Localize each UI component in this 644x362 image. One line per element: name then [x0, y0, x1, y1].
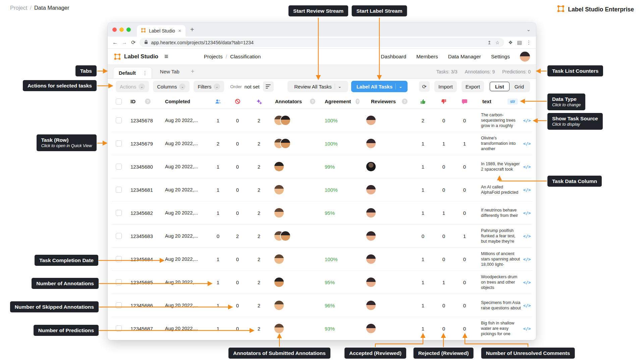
- table-row[interactable]: 12345683 Aug 20 2022,... 0 2 2 0 0 1 Pah…: [112, 225, 532, 248]
- help-icon[interactable]: ?: [310, 99, 315, 104]
- table-row[interactable]: 12345686 Aug 20 2022,... 1 0 2 96% 1 0 0…: [112, 294, 532, 317]
- table-row[interactable]: 12345679 Aug 20 2022,... 2 0 2 100% 1 1 …: [112, 132, 532, 155]
- actions-dropdown[interactable]: Actions ⌄: [116, 81, 149, 92]
- import-button[interactable]: Import: [434, 81, 457, 92]
- predictions-count: 2: [248, 210, 270, 216]
- add-view-tab-button[interactable]: +: [187, 68, 198, 75]
- hamburger-menu-icon[interactable]: ≡: [164, 53, 168, 60]
- tab-default[interactable]: Default ⋮: [113, 67, 152, 78]
- view-tabs-bar: Default ⋮ New Tab + Tasks: 3/3 Annotatio…: [108, 65, 536, 79]
- view-grid-button[interactable]: Grid: [509, 82, 529, 91]
- header-accepted-icon[interactable]: [413, 99, 433, 105]
- extensions-icon[interactable]: ❖: [508, 40, 513, 46]
- table-row[interactable]: 12345680 Aug 20 2022,... 1 0 2 99% 1 0 0…: [112, 155, 532, 178]
- table-row[interactable]: 12345681 Aug 20 2022,... 1 0 2 100% 1 0 …: [112, 178, 532, 201]
- task-source-icon[interactable]: </>: [523, 118, 531, 123]
- nav-item-settings[interactable]: Settings: [491, 54, 510, 60]
- row-checkbox[interactable]: [116, 210, 122, 216]
- annotators-cell: [270, 162, 315, 171]
- breadcrumb-root[interactable]: Project: [10, 5, 27, 11]
- task-text: Specimens from Asia raise questions abou…: [475, 300, 522, 311]
- comments-count: 0: [454, 187, 475, 193]
- close-tab-icon[interactable]: ✕: [178, 28, 181, 33]
- help-icon[interactable]: ?: [145, 99, 151, 104]
- help-icon[interactable]: ?: [356, 99, 360, 104]
- chevron-down-icon[interactable]: ⌄: [399, 84, 402, 89]
- view-list-button[interactable]: List: [490, 82, 509, 91]
- header-id[interactable]: ID: [130, 99, 136, 104]
- header-completed[interactable]: Completed: [163, 99, 209, 104]
- header-annotators[interactable]: Annotators: [275, 99, 302, 104]
- label-all-tasks-button[interactable]: Label All Tasks ⌄: [351, 81, 408, 92]
- header-reviewers[interactable]: Reviewers: [371, 99, 396, 104]
- row-checkbox[interactable]: [116, 164, 122, 170]
- url-text: app.heartex.com/projects/123456/data?tab…: [151, 40, 254, 45]
- task-source-icon[interactable]: </>: [523, 280, 531, 285]
- order-value[interactable]: not set: [245, 84, 260, 89]
- filters-dropdown[interactable]: Filters ⌄: [194, 81, 224, 92]
- nav-item-data-manager[interactable]: Data Manager: [448, 54, 481, 60]
- user-avatar[interactable]: [520, 52, 530, 62]
- row-checkbox[interactable]: [116, 302, 122, 308]
- data-type-badge[interactable]: str: [507, 99, 518, 105]
- header-agreement[interactable]: Agreement: [325, 99, 351, 104]
- tab-options-kebab-icon[interactable]: ⋮: [143, 70, 148, 76]
- bookmark-star-icon[interactable]: ☆: [495, 40, 500, 45]
- sort-order-icon[interactable]: [263, 81, 274, 92]
- task-source-icon[interactable]: </>: [523, 257, 531, 262]
- review-all-tasks-button[interactable]: Review All Tasks ⌄: [287, 81, 348, 92]
- columns-dropdown[interactable]: Columns ⌄: [153, 81, 190, 92]
- chevron-down-icon[interactable]: ⌄: [338, 84, 341, 89]
- task-source-icon[interactable]: </>: [523, 326, 531, 331]
- task-source-icon[interactable]: </>: [523, 164, 531, 169]
- annotator-avatar: [274, 301, 284, 310]
- tab-new-tab[interactable]: New Tab: [152, 69, 187, 74]
- header-rejected-icon[interactable]: [433, 99, 454, 105]
- browser-tab[interactable]: Label Studio ✕: [137, 25, 185, 37]
- accepted-count: 1: [413, 256, 433, 262]
- header-text[interactable]: text: [482, 99, 491, 104]
- task-source-icon[interactable]: </>: [523, 234, 531, 239]
- nav-item-dashboard[interactable]: Dashboard: [381, 54, 406, 60]
- task-source-icon[interactable]: </>: [523, 141, 531, 146]
- nav-item-members[interactable]: Members: [416, 54, 438, 60]
- task-source-icon[interactable]: </>: [523, 187, 531, 192]
- row-checkbox[interactable]: [116, 140, 122, 146]
- app-logo[interactable]: Label Studio: [114, 53, 158, 60]
- row-checkbox[interactable]: [116, 117, 122, 123]
- header-comments-icon[interactable]: [454, 99, 475, 105]
- task-id: 12345684: [124, 256, 163, 262]
- header-skipped-icon[interactable]: [227, 99, 248, 104]
- forward-icon[interactable]: →: [122, 40, 127, 46]
- breadcrumb-projects[interactable]: Projects: [204, 54, 223, 60]
- header-predictions-icon[interactable]: [248, 99, 270, 105]
- table-row[interactable]: 12345682 Aug 20 2022,... 1 0 2 95% 1 1 0…: [112, 201, 532, 225]
- row-checkbox[interactable]: [116, 187, 122, 193]
- table-row[interactable]: 12345687 Aug 20 2022,... 1 0 2 93% 1 0 0…: [112, 317, 532, 340]
- table-row[interactable]: 12345678 Aug 20 2022,... 1 0 2 100% 2 0 …: [112, 109, 532, 132]
- reload-icon[interactable]: ⟳: [131, 39, 136, 46]
- select-all-checkbox[interactable]: [116, 99, 122, 105]
- table-row[interactable]: 12345685 Aug 20 2022,... 1 0 2 95% 1 1 0…: [112, 271, 532, 294]
- row-checkbox[interactable]: [116, 279, 122, 285]
- address-bar[interactable]: app.heartex.com/projects/123456/data?tab…: [140, 38, 504, 47]
- task-source-icon[interactable]: </>: [523, 303, 531, 308]
- export-button[interactable]: Export: [462, 81, 484, 92]
- row-checkbox[interactable]: [116, 233, 122, 239]
- header-annotations-count-icon[interactable]: [209, 99, 227, 105]
- row-checkbox[interactable]: [116, 325, 122, 331]
- maximize-window-button[interactable]: [126, 27, 131, 32]
- share-icon[interactable]: ↥: [487, 40, 491, 45]
- new-tab-button[interactable]: +: [190, 26, 194, 33]
- back-icon[interactable]: ←: [112, 40, 118, 46]
- task-source-icon[interactable]: </>: [523, 210, 531, 216]
- close-window-button[interactable]: [112, 27, 117, 32]
- row-checkbox[interactable]: [116, 256, 122, 262]
- refresh-icon[interactable]: ⟳: [419, 81, 430, 92]
- sidebar-icon[interactable]: ▤: [517, 40, 522, 46]
- help-icon[interactable]: ?: [402, 99, 408, 104]
- minimize-window-button[interactable]: [119, 27, 124, 32]
- browser-menu-icon[interactable]: ⋮: [526, 40, 531, 46]
- tab-search-chevron-icon[interactable]: ⌄: [526, 26, 531, 33]
- table-row[interactable]: 12345684 Aug 20 2022,... 1 0 2 100% 1 0 …: [112, 248, 532, 271]
